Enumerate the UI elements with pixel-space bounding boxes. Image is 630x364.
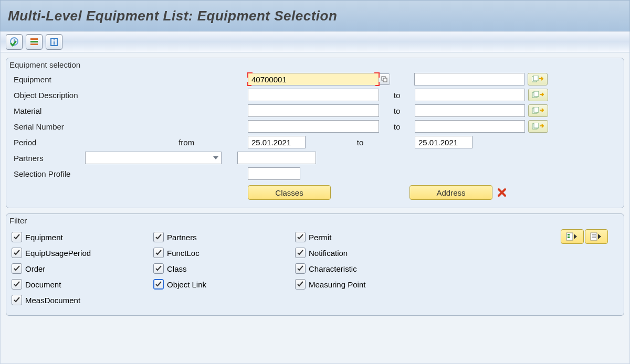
delete-address-button[interactable] [497, 187, 507, 198]
search-help-icon [381, 76, 387, 82]
select-all-filter-button[interactable] [561, 229, 584, 244]
deselect-all-icon [590, 232, 603, 241]
checkbox-equipusageperiod[interactable] [12, 248, 22, 258]
info-icon [49, 37, 59, 47]
filter-equipusageperiod: EquipUsagePeriod [12, 245, 153, 261]
checkbox-functloc[interactable] [153, 248, 164, 258]
input-serial-from[interactable] [248, 120, 379, 133]
svg-rect-23 [592, 235, 596, 237]
filter-class-label: Class [167, 264, 187, 273]
filter-measuringpoint-label: Measuring Point [309, 280, 365, 289]
group-filter: Filter Equipment EquipUsagePeriod Order [6, 213, 624, 316]
classes-button-label: Classes [275, 188, 303, 197]
filter-order-label: Order [25, 264, 45, 273]
label-equipment: Equipment [12, 75, 211, 84]
svg-rect-20 [568, 237, 570, 238]
page-title: Multi-Level Equipment List: Equipment Se… [8, 8, 337, 24]
multisel-serial[interactable] [528, 120, 548, 133]
filter-permit-label: Permit [309, 233, 331, 242]
multiple-selection-icon [532, 123, 544, 130]
checkbox-permit[interactable] [295, 232, 306, 242]
svg-rect-16 [534, 123, 539, 128]
row-equipment: Equipment [12, 71, 618, 87]
variant-icon [29, 37, 39, 47]
svg-rect-5 [54, 39, 55, 40]
filter-functloc-label: FunctLoc [167, 249, 200, 258]
checkbox-objectlink[interactable] [153, 279, 164, 290]
checkbox-measdocument[interactable] [12, 295, 22, 305]
to-label-serial: to [379, 122, 415, 131]
input-object-desc-to[interactable] [415, 89, 525, 101]
filter-measdocument: MeasDocument [12, 292, 153, 308]
input-partners-dropdown[interactable] [85, 152, 222, 164]
input-partners-extra[interactable] [237, 152, 316, 164]
multiple-selection-icon [532, 107, 544, 114]
svg-rect-22 [592, 234, 596, 235]
checkbox-measuringpoint[interactable] [295, 279, 306, 290]
checkbox-document[interactable] [12, 279, 22, 290]
input-selection-profile[interactable] [248, 167, 300, 180]
input-material-to[interactable] [415, 104, 525, 117]
multiple-selection-icon [532, 91, 544, 99]
toolbar [0, 31, 630, 52]
label-serial-number: Serial Number [12, 122, 211, 131]
to-label-object-desc: to [379, 91, 415, 100]
row-material: Material to [12, 103, 618, 119]
input-period-from[interactable] [248, 136, 306, 148]
filter-document: Document [12, 276, 153, 292]
content: Equipment selection Equipment [0, 52, 630, 364]
filter-measdocument-label: MeasDocument [25, 296, 80, 305]
checkbox-equipment[interactable] [12, 232, 22, 242]
multisel-equipment[interactable] [528, 73, 548, 85]
label-selection-profile: Selection Profile [12, 169, 211, 178]
label-object-description: Object Description [12, 91, 211, 100]
checkbox-order[interactable] [12, 263, 22, 274]
checkbox-notification[interactable] [295, 248, 306, 258]
filter-col-1: Equipment EquipUsagePeriod Order Documen… [12, 229, 153, 308]
group-equipment-selection: Equipment selection Equipment [6, 58, 624, 208]
checkbox-characteristic[interactable] [295, 263, 306, 274]
group-equipment-selection-title: Equipment selection [6, 58, 624, 69]
get-variant-button[interactable] [26, 34, 43, 50]
filter-col-3: Permit Notification Characteristic Measu… [295, 229, 437, 308]
deselect-all-filter-button[interactable] [585, 229, 608, 244]
svg-rect-1 [30, 38, 38, 40]
checkbox-partners[interactable] [153, 232, 164, 242]
svg-rect-14 [534, 107, 539, 112]
execute-button[interactable] [6, 34, 23, 50]
input-object-desc-from[interactable] [248, 89, 379, 101]
filter-document-label: Document [25, 280, 61, 289]
address-button[interactable]: Address [410, 185, 492, 200]
label-material: Material [12, 106, 211, 115]
group-filter-title: Filter [6, 214, 624, 225]
filter-measuringpoint: Measuring Point [295, 276, 437, 292]
input-equipment-from[interactable] [248, 73, 379, 85]
input-period-to[interactable] [415, 136, 472, 148]
row-partners: Partners [12, 150, 618, 166]
filter-order: Order [12, 261, 153, 276]
filter-objectlink: Object Link [153, 276, 295, 292]
to-label-material: to [379, 106, 415, 115]
multiple-selection-icon [532, 76, 543, 83]
svg-rect-3 [30, 44, 38, 45]
title-bar: Multi-Level Equipment List: Equipment Se… [0, 0, 630, 31]
program-documentation-button[interactable] [46, 34, 62, 50]
svg-rect-12 [534, 91, 539, 97]
f4-equipment[interactable] [379, 73, 390, 85]
input-material-from[interactable] [248, 104, 379, 117]
filter-col-2: Partners FunctLoc Class Object Link [153, 229, 295, 308]
row-object-description: Object Description to [12, 87, 618, 103]
multisel-object-desc[interactable] [528, 89, 548, 101]
filter-partners-label: Partners [167, 233, 197, 242]
dropdown-partners[interactable] [85, 152, 222, 164]
filter-characteristic: Characteristic [295, 261, 437, 276]
multisel-material[interactable] [528, 104, 548, 117]
filter-partners: Partners [153, 229, 295, 245]
input-equipment-to[interactable] [414, 73, 524, 85]
checkbox-class[interactable] [153, 263, 164, 274]
filter-buttons [561, 229, 618, 308]
classes-button[interactable]: Classes [248, 185, 331, 200]
input-serial-to[interactable] [415, 120, 525, 133]
row-selection-profile: Selection Profile [12, 166, 618, 181]
row-serial-number: Serial Number to [12, 119, 618, 134]
